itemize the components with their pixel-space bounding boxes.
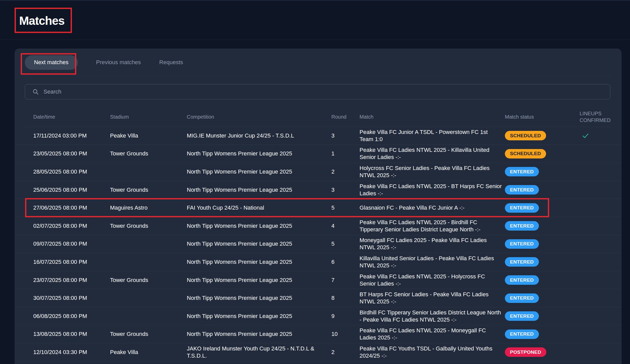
table-row[interactable]: 28/05/2025 08:00 PM North Tipp Womens Pr…	[15, 163, 622, 181]
cell-match: Birdhill FC Tipperary Senior Ladies Dist…	[360, 307, 502, 325]
cell-stadium	[110, 307, 184, 325]
cell-datetime: 17/11/2024 03:00 PM	[33, 127, 107, 145]
cell-round: 6	[331, 253, 354, 271]
tab-previous-matches[interactable]: Previous matches	[96, 59, 141, 66]
cell-datetime: 23/07/2025 08:00 PM	[33, 271, 107, 289]
cell-competition: North Tipp Womens Premier League 2025	[187, 307, 328, 325]
search-box[interactable]	[25, 84, 610, 99]
cell-lineups-confirmed	[580, 325, 598, 343]
cell-round: 5	[331, 199, 354, 217]
cell-stadium	[110, 253, 184, 271]
table-row[interactable]: 16/07/2025 08:00 PM North Tipp Womens Pr…	[15, 253, 622, 271]
cell-lineups-confirmed	[580, 271, 598, 289]
cell-datetime: 06/08/2025 08:00 PM	[33, 307, 107, 325]
cell-datetime: 23/05/2025 08:00 PM	[33, 145, 107, 163]
cell-match-status: ENTERED	[505, 199, 539, 217]
cell-stadium: Tower Grounds	[110, 145, 184, 163]
status-badge: ENTERED	[505, 311, 539, 321]
table-row[interactable]: 06/08/2025 08:00 PM North Tipp Womens Pr…	[15, 307, 622, 325]
status-badge: POSTPONED	[505, 347, 546, 357]
cell-stadium: Tower Grounds	[110, 271, 184, 289]
cell-competition: North Tipp Womens Premier League 2025	[187, 325, 328, 343]
status-badge: ENTERED	[505, 239, 539, 249]
cell-lineups-confirmed	[580, 127, 598, 145]
cell-competition: North Tipp Womens Premier League 2025	[187, 289, 328, 307]
cell-match: BT Harps FC Senior Ladies - Peake Villa …	[360, 289, 502, 307]
cell-datetime: 25/06/2025 08:00 PM	[33, 181, 107, 199]
cell-datetime: 09/07/2025 08:00 PM	[33, 235, 107, 253]
col-header-lineups-confirmed: LINEUPS CONFIRMED	[580, 109, 618, 124]
cell-stadium: Tower Grounds	[110, 325, 184, 343]
cell-round: 2	[331, 163, 354, 181]
check-icon	[582, 132, 589, 140]
cell-match-status: POSTPONED	[505, 343, 546, 361]
cell-round: 3	[331, 181, 354, 199]
cell-match: Peake Villa FC Ladies NTWL 2025 - BT Har…	[360, 181, 502, 199]
cell-datetime: 28/05/2025 08:00 PM	[33, 163, 107, 181]
status-badge: ENTERED	[505, 275, 539, 285]
status-badge: ENTERED	[505, 257, 539, 267]
cell-match-status: ENTERED	[505, 289, 539, 307]
status-badge: ENTERED	[505, 221, 539, 231]
page-title: Matches	[19, 14, 64, 28]
col-header-match-status: Match status	[505, 109, 534, 124]
status-badge: ENTERED	[505, 185, 539, 195]
col-header-stadium: Stadium	[110, 109, 129, 124]
search-input[interactable]	[44, 84, 610, 99]
cell-match-status: ENTERED	[505, 253, 539, 271]
table-row[interactable]: 09/07/2025 08:00 PM North Tipp Womens Pr…	[15, 235, 622, 253]
cell-competition: North Tipp Womens Premier League 2025	[187, 163, 328, 181]
status-badge: SCHEDULED	[505, 131, 546, 140]
cell-stadium: Tower Grounds	[110, 181, 184, 199]
cell-match: Killavilla United Senior Ladies - Peake …	[360, 253, 502, 271]
table-row[interactable]: 25/06/2025 08:00 PM Tower Grounds North …	[15, 181, 622, 199]
col-header-datetime: Date/time	[33, 109, 55, 124]
status-badge: ENTERED	[505, 293, 539, 303]
cell-match-status: ENTERED	[505, 235, 539, 253]
cell-match-status: ENTERED	[505, 217, 539, 235]
cell-match-status: ENTERED	[505, 271, 539, 289]
cell-stadium: Peake Villa	[110, 343, 184, 361]
tab-next-matches[interactable]: Next matches	[25, 55, 78, 70]
col-header-round: Round	[331, 109, 346, 124]
cell-competition: North Tipp Womens Premier League 2025	[187, 271, 328, 289]
tab-requests[interactable]: Requests	[159, 59, 183, 66]
cell-match: Peake Villa FC Ladies NTWL 2025 - Killav…	[360, 145, 502, 163]
cell-match-status: ENTERED	[505, 307, 539, 325]
cell-lineups-confirmed	[580, 181, 598, 199]
cell-datetime: 02/07/2025 08:00 PM	[33, 217, 107, 235]
cell-stadium: Peake Villa	[110, 127, 184, 145]
cell-competition: North Tipp Womens Premier League 2025	[187, 253, 328, 271]
cell-competition: North Tipp Womens Premier League 2025	[187, 145, 328, 163]
cell-stadium: Tower Grounds	[110, 217, 184, 235]
cell-competition: North Tipp Womens Premier League 2025	[187, 235, 328, 253]
cell-match: Peake Villa FC Ladies NTWL 2025 - Moneyg…	[360, 325, 502, 343]
cell-match-status: ENTERED	[505, 325, 539, 343]
cell-round: 3	[331, 127, 354, 145]
cell-round: 2	[331, 343, 354, 361]
table-row[interactable]: 13/08/2025 08:00 PM Tower Grounds North …	[15, 325, 622, 344]
tab-bar: Next matches Previous matches Requests	[25, 55, 183, 70]
cell-stadium	[110, 235, 184, 253]
col-header-match: Match	[360, 109, 373, 124]
cell-match-status: SCHEDULED	[505, 127, 546, 145]
cell-round: 1	[331, 145, 354, 163]
table-row[interactable]: 27/06/2025 08:00 PM Maguires Astro FAI Y…	[15, 199, 622, 217]
table-row[interactable]: 23/05/2025 08:00 PM Tower Grounds North …	[15, 145, 622, 163]
cell-datetime: 13/08/2025 08:00 PM	[33, 325, 107, 343]
table-row[interactable]: 23/07/2025 08:00 PM Tower Grounds North …	[15, 271, 622, 289]
cell-datetime: 27/06/2025 08:00 PM	[33, 199, 107, 217]
cell-competition: North Tipp Womens Premier League 2025	[187, 181, 328, 199]
table-header: Date/time Stadium Competition Round Matc…	[15, 109, 622, 124]
table-row[interactable]: 30/07/2025 08:00 PM North Tipp Womens Pr…	[15, 289, 622, 307]
cell-match-status: ENTERED	[505, 181, 539, 199]
cell-lineups-confirmed	[580, 199, 598, 217]
cell-datetime: 30/07/2025 08:00 PM	[33, 289, 107, 307]
cell-lineups-confirmed	[580, 217, 598, 235]
cell-match: Peake Villa FC Youths TSDL - Galbally Un…	[360, 343, 502, 361]
table-row[interactable]: 17/11/2024 03:00 PM Peake Villa MIG.IE M…	[15, 127, 622, 145]
status-badge: ENTERED	[505, 329, 539, 339]
table-row[interactable]: 12/10/2024 03:30 PM Peake Villa JAKO Ire…	[15, 343, 622, 361]
table-row[interactable]: 02/07/2025 08:00 PM Tower Grounds North …	[15, 217, 622, 235]
cell-lineups-confirmed	[580, 145, 598, 163]
